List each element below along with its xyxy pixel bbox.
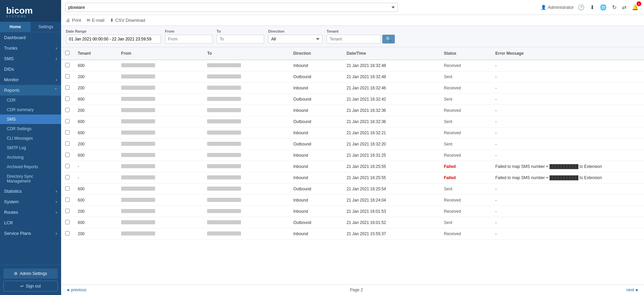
row-tenant: 600 xyxy=(74,150,117,161)
row-checkbox[interactable] xyxy=(65,197,70,202)
row-datetime: 21 Jan 2021 16:32:48 xyxy=(343,60,440,71)
col-datetime: Date/Time xyxy=(343,47,440,60)
globe-icon-button[interactable]: 🌐 xyxy=(599,3,608,12)
row-checkbox[interactable] xyxy=(65,119,70,123)
sidebar-item-system[interactable]: System › xyxy=(0,196,61,207)
sidebar-item-lcr[interactable]: LCR xyxy=(0,218,61,228)
sidebar-subitem-archiving[interactable]: Archiving xyxy=(0,153,61,162)
row-datetime: 21 Jan 2021 16:25:54 xyxy=(343,184,440,195)
row-error: Failed to map SMS number + ██████████ to… xyxy=(491,161,644,172)
row-checkbox[interactable] xyxy=(65,97,70,101)
sidebar-item-routes[interactable]: Routes › xyxy=(0,207,61,218)
csv-download-button[interactable]: ⬇ CSV Download xyxy=(110,18,145,23)
sidebar-item-dids[interactable]: DIDs xyxy=(0,64,61,74)
admin-settings-button[interactable]: ⚙ Admin Settings xyxy=(3,268,58,279)
sync-icon-button[interactable]: ⇄ xyxy=(621,3,628,12)
clock-icon-button[interactable]: 🕐 xyxy=(576,3,586,12)
sidebar-item-reports[interactable]: Reports ˅ xyxy=(0,85,61,96)
row-checkbox[interactable] xyxy=(65,164,70,168)
tenant-search-button[interactable]: 🔍 xyxy=(382,35,395,44)
sidebar-footer: ⚙ Admin Settings ↩ Sign out xyxy=(0,265,61,295)
row-status: Received xyxy=(440,206,491,217)
chevron-right-icon: › xyxy=(56,189,57,194)
email-button[interactable]: ✉ E-mail xyxy=(87,18,105,23)
sidebar-subitem-archived-reports[interactable]: Archived Reports xyxy=(0,162,61,172)
tenant-input[interactable] xyxy=(327,35,381,44)
row-tenant: 200 xyxy=(74,139,117,150)
row-checkbox[interactable] xyxy=(65,63,70,67)
row-datetime: 21 Jan 2021 16:32:21 xyxy=(343,127,440,139)
row-checkbox[interactable] xyxy=(65,108,70,112)
search-icon: 🔍 xyxy=(386,36,391,42)
sidebar-item-dashboard[interactable]: Dashboard xyxy=(0,32,61,43)
to-group: To xyxy=(217,29,264,44)
sidebar-item-trunks[interactable]: Trunks › xyxy=(0,43,61,53)
row-checkbox[interactable] xyxy=(65,74,70,79)
date-range-input[interactable] xyxy=(66,35,161,44)
row-direction: Inbound xyxy=(289,127,343,139)
chevron-right-icon: › xyxy=(56,210,57,215)
sidebar-item-monitor[interactable]: Monitor › xyxy=(0,74,61,85)
row-from xyxy=(117,206,203,217)
sidebar-subitem-cdr[interactable]: CDR xyxy=(0,96,61,105)
row-status: Sent xyxy=(440,184,491,195)
row-error: - xyxy=(491,150,644,161)
to-input[interactable] xyxy=(217,35,264,44)
download-icon-button[interactable]: ⬇ xyxy=(589,3,596,12)
table-row: 600 Inbound 21 Jan 2021 16:32:21 Receive… xyxy=(61,127,644,139)
sidebar-subitem-sms[interactable]: SMS xyxy=(0,115,61,124)
sidebar-subitem-directory-sync[interactable]: Directory Sync Management xyxy=(0,172,61,186)
row-tenant: 200 xyxy=(74,228,117,240)
row-checkbox-cell xyxy=(61,161,74,172)
sidebar-item-service-plans[interactable]: Service Plans › xyxy=(0,228,61,239)
sidebar-item-label: SMS xyxy=(4,56,14,61)
row-checkbox[interactable] xyxy=(65,175,70,179)
print-button[interactable]: 🖨 Print xyxy=(66,18,81,23)
from-input[interactable] xyxy=(165,35,213,44)
sidebar-item-label: Reports xyxy=(4,88,20,93)
row-checkbox[interactable] xyxy=(65,209,70,213)
row-to xyxy=(203,105,289,116)
sidebar-subitem-cdr-summary[interactable]: CDR summary xyxy=(0,105,61,115)
user-button[interactable]: 👤 Administrator xyxy=(541,5,574,10)
row-to xyxy=(203,184,289,195)
direction-select[interactable]: All Inbound Outbound xyxy=(268,35,323,44)
row-from xyxy=(117,127,203,139)
previous-button[interactable]: ◄ previous xyxy=(66,288,87,292)
sidebar-subitem-cli-messages[interactable]: CLI Messages xyxy=(0,134,61,143)
sign-out-button[interactable]: ↩ Sign out xyxy=(3,281,58,292)
row-checkbox[interactable] xyxy=(65,186,70,191)
row-datetime: 21 Jan 2021 16:25:55 xyxy=(343,161,440,172)
row-checkbox[interactable] xyxy=(65,130,70,135)
next-button[interactable]: next ► xyxy=(626,288,639,292)
row-checkbox[interactable] xyxy=(65,220,70,224)
select-all-checkbox[interactable] xyxy=(65,51,70,55)
row-checkbox[interactable] xyxy=(65,141,70,146)
sidebar-item-sms[interactable]: SMS › xyxy=(0,53,61,64)
refresh-icon-button[interactable]: ↻ xyxy=(611,3,618,12)
sidebar-item-label: DIDs xyxy=(4,67,14,72)
tenant-select[interactable]: pbxware xyxy=(65,3,398,12)
sidebar-item-statistics[interactable]: Statistics › xyxy=(0,186,61,196)
row-checkbox-cell xyxy=(61,71,74,83)
row-datetime: 21 Jan 2021 16:32:46 xyxy=(343,83,440,94)
row-from xyxy=(117,105,203,116)
tab-settings[interactable]: Settings xyxy=(31,22,61,32)
logo: bicom SYSTEMS xyxy=(0,0,61,22)
sidebar-subitem-cdr-settings[interactable]: CDR Settings xyxy=(0,124,61,134)
row-from xyxy=(117,150,203,161)
main-content: pbxware 👤 Administrator 🕐 ⬇ 🌐 ↻ ⇄ 🔔 1 🖨 … xyxy=(61,0,644,295)
sidebar-subitem-smtp-log[interactable]: SMTP Log xyxy=(0,143,61,153)
tab-home[interactable]: Home xyxy=(0,22,31,32)
row-checkbox[interactable] xyxy=(65,85,70,90)
table-row: 200 Outbound 21 Jan 2021 16:32:48 Sent - xyxy=(61,71,644,83)
row-datetime: 21 Jan 2021 16:32:36 xyxy=(343,105,440,116)
row-tenant: 200 xyxy=(74,83,117,94)
row-checkbox[interactable] xyxy=(65,231,70,236)
table-row: 200 Inbound 21 Jan 2021 16:01:53 Receive… xyxy=(61,206,644,217)
row-checkbox[interactable] xyxy=(65,153,70,157)
row-status: Sent xyxy=(440,217,491,228)
row-tenant: 600 xyxy=(74,217,117,228)
sidebar-item-label: Statistics xyxy=(4,189,22,194)
row-error: - xyxy=(491,139,644,150)
